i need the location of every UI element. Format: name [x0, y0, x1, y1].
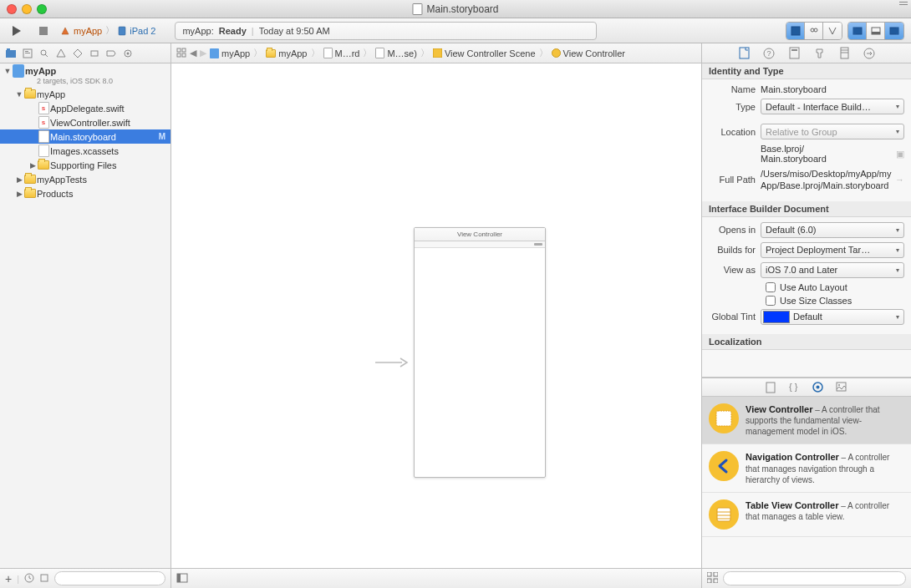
window-title: Main.storyboard: [412, 3, 498, 15]
svg-rect-24: [182, 48, 186, 52]
crumb-group[interactable]: myApp: [266, 48, 307, 58]
crumb-scene[interactable]: View Controller Scene: [433, 48, 536, 58]
ib-canvas[interactable]: View Controller: [171, 63, 701, 568]
run-button[interactable]: [7, 22, 27, 40]
scm-filter-icon[interactable]: [39, 573, 49, 585]
opens-in-select[interactable]: Default (6.0): [761, 222, 904, 238]
disclosure-icon[interactable]: ▶: [15, 175, 23, 184]
tree-item-file[interactable]: s ViewController.swift: [0, 115, 170, 129]
library-footer: [702, 568, 911, 588]
window-titlebar: Main.storyboard: [0, 0, 911, 18]
find-navigator-tab[interactable]: [38, 48, 50, 59]
utilities-panel: Identity and Type NameMain.storyboard Ty…: [702, 63, 911, 588]
crumb-base[interactable]: M…se): [375, 48, 416, 58]
object-library-tab[interactable]: [812, 382, 824, 393]
disclosure-icon[interactable]: ▶: [28, 161, 37, 170]
view-controller-scene[interactable]: View Controller: [414, 227, 546, 478]
code-snippets-tab[interactable]: { }: [789, 382, 801, 393]
debug-navigator-tab[interactable]: [89, 48, 100, 59]
library-item-table-view-controller[interactable]: Table View Controller – A controller tha…: [702, 493, 911, 537]
location-select[interactable]: Relative to Group: [761, 124, 904, 139]
global-tint-select[interactable]: Default: [761, 309, 904, 325]
toolbar-right: [786, 22, 904, 40]
size-inspector-tab[interactable]: [837, 47, 851, 60]
svg-rect-23: [177, 48, 181, 52]
navigation-controller-icon: [709, 451, 739, 481]
svg-rect-20: [91, 51, 98, 56]
quick-help-tab[interactable]: ?: [762, 47, 776, 60]
tree-item-group[interactable]: ▼ myApp: [0, 87, 170, 101]
version-editor-button[interactable]: [823, 23, 842, 39]
standard-editor-button[interactable]: [786, 23, 805, 39]
disclosure-icon[interactable]: ▼: [3, 67, 12, 75]
svg-rect-12: [896, 28, 898, 34]
test-navigator-tab[interactable]: [72, 48, 84, 59]
storyboard-icon: [375, 48, 384, 58]
svg-rect-3: [793, 30, 797, 31]
activity-viewer: myApp: Ready | Today at 9:50 AM: [175, 22, 597, 40]
scene-title: View Controller: [415, 228, 545, 241]
window-title-text: Main.storyboard: [426, 3, 498, 15]
tree-item-group[interactable]: ▶ Supporting Files: [0, 158, 170, 172]
crumb-project[interactable]: myApp: [210, 48, 250, 58]
toggle-debug-button[interactable]: [867, 23, 885, 39]
close-window-button[interactable]: [7, 4, 17, 14]
disclosure-icon[interactable]: ▼: [15, 90, 23, 99]
localization-section-header: Localization: [702, 334, 911, 350]
identity-inspector-tab[interactable]: [787, 47, 801, 60]
add-button[interactable]: +: [5, 572, 12, 585]
back-button[interactable]: ◀: [190, 48, 196, 58]
full-path-value: /Users/miso/Desktop/myApp/myApp/Base.lpr…: [761, 168, 892, 192]
file-type-select[interactable]: Default - Interface Build…: [761, 99, 904, 114]
tree-item-file-selected[interactable]: Main.storyboard M: [0, 129, 170, 144]
folder-button[interactable]: ▣: [896, 149, 904, 160]
file-inspector-tab[interactable]: [737, 47, 751, 60]
scheme-selector[interactable]: myApp 〉 iPad 2: [60, 24, 155, 37]
project-root[interactable]: ▼ myApp: [0, 63, 170, 78]
library-filter-input[interactable]: [723, 571, 906, 585]
recent-filter-icon[interactable]: [24, 573, 34, 585]
stop-button[interactable]: [33, 22, 53, 40]
library-item-navigation-controller[interactable]: Navigation Controller – A controller tha…: [702, 444, 911, 492]
disclosure-icon[interactable]: ▶: [15, 190, 23, 198]
breakpoint-navigator-tab[interactable]: [105, 48, 117, 59]
project-navigator-tab[interactable]: [5, 48, 17, 59]
swift-icon: s: [38, 116, 49, 129]
initial-vc-arrow-icon[interactable]: [375, 356, 409, 369]
issue-navigator-tab[interactable]: [55, 48, 67, 59]
tree-item-file[interactable]: s AppDelegate.swift: [0, 101, 170, 115]
tree-item-group[interactable]: ▶ myAppTests: [0, 172, 170, 186]
symbol-navigator-tab[interactable]: [22, 48, 33, 59]
library-item-view-controller[interactable]: View Controller – A controller that supp…: [702, 397, 911, 444]
tree-item-group[interactable]: ▶ Products: [0, 186, 170, 200]
library-area: { } View Controller – A controller that …: [702, 378, 911, 588]
navigator-filter-input[interactable]: [54, 571, 165, 585]
builds-for-select[interactable]: Project Deployment Tar…: [761, 242, 904, 258]
file-templates-tab[interactable]: [766, 382, 777, 393]
connections-inspector-tab[interactable]: [863, 47, 876, 60]
toggle-utilities-button[interactable]: [885, 23, 903, 39]
crumb-file[interactable]: M…rd: [323, 48, 360, 58]
document-outline-toggle[interactable]: [176, 572, 190, 585]
sizeclass-checkbox[interactable]: [766, 296, 776, 306]
fullscreen-icon[interactable]: [899, 2, 908, 5]
forward-button[interactable]: ▶: [200, 48, 206, 58]
toggle-navigator-button[interactable]: [848, 23, 867, 39]
assistant-editor-button[interactable]: [805, 23, 823, 39]
svg-rect-30: [740, 48, 749, 58]
reveal-button[interactable]: →: [895, 175, 904, 185]
attributes-inspector-tab[interactable]: [812, 47, 826, 60]
library-view-toggle[interactable]: [707, 572, 718, 585]
autolayout-checkbox[interactable]: [766, 282, 776, 292]
crumb-vc[interactable]: View Controller: [552, 48, 625, 58]
zoom-window-button[interactable]: [37, 4, 47, 14]
report-navigator-tab[interactable]: [122, 48, 134, 59]
minimize-window-button[interactable]: [22, 4, 32, 14]
related-items-button[interactable]: [176, 48, 186, 59]
folder-icon: [24, 189, 36, 198]
media-library-tab[interactable]: [836, 382, 847, 393]
library-tabs: { }: [702, 378, 911, 397]
view-as-select[interactable]: iOS 7.0 and Later: [761, 262, 904, 278]
assets-icon: [38, 144, 49, 157]
tree-item-file[interactable]: Images.xcassets: [0, 144, 170, 158]
